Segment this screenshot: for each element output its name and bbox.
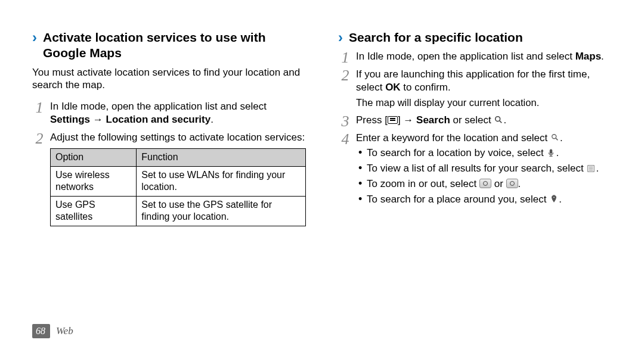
cell-function: Set to use the GPS satellite for finding… bbox=[137, 196, 306, 226]
th-function: Function bbox=[137, 149, 306, 166]
svg-line-1 bbox=[500, 121, 502, 123]
zoom-in-icon bbox=[506, 179, 518, 188]
left-steps: In Idle mode, open the application list … bbox=[32, 100, 306, 226]
left-title: Activate location services to use with G… bbox=[43, 30, 306, 61]
options-table: Option Function Use wireless networks Se… bbox=[50, 148, 306, 226]
left-step-1: In Idle mode, open the application list … bbox=[32, 100, 306, 126]
cell-option: Use GPS satellites bbox=[51, 196, 137, 226]
right-step-2: If you are launching this application fo… bbox=[338, 68, 612, 109]
step3-bold: Search bbox=[416, 114, 450, 126]
table-row: Use wireless networks Set to use WLANs f… bbox=[51, 166, 306, 196]
bullet-text: To search for a place around you, select bbox=[367, 194, 549, 205]
bullet-places: To search for a place around you, select… bbox=[356, 193, 612, 206]
step4a: Enter a keyword for the location and sel… bbox=[356, 132, 550, 144]
right-steps: In Idle mode, open the application list … bbox=[338, 50, 612, 205]
footer-section-label: Web bbox=[56, 325, 73, 338]
right-title: Search for a specific location bbox=[349, 30, 523, 45]
page-footer: 68 Web bbox=[32, 324, 73, 338]
left-column: › Activate location services to use with… bbox=[32, 30, 306, 231]
right-step-4: Enter a keyword for the location and sel… bbox=[338, 132, 612, 206]
cell-function: Set to use WLANs for finding your locati… bbox=[137, 166, 306, 196]
step-bold: Settings → Location and security bbox=[50, 114, 210, 125]
right-column: › Search for a specific location In Idle… bbox=[338, 30, 612, 231]
menu-key-icon bbox=[388, 116, 398, 124]
chevron-icon: › bbox=[338, 30, 343, 45]
chevron-icon: › bbox=[32, 30, 37, 45]
left-section-heading: › Activate location services to use with… bbox=[32, 30, 306, 61]
th-option: Option bbox=[51, 149, 137, 166]
bullet-text: To zoom in or out, select bbox=[367, 178, 479, 189]
step-text: In Idle mode, open the application list … bbox=[356, 51, 575, 62]
table-row: Use GPS satellites Set to use the GPS sa… bbox=[51, 196, 306, 226]
step-post: . bbox=[210, 114, 213, 125]
period: . bbox=[559, 194, 562, 205]
step-bold: Maps bbox=[575, 51, 601, 62]
right-section-heading: › Search for a specific location bbox=[338, 30, 612, 45]
step-text: In Idle mode, open the application list … bbox=[50, 101, 267, 112]
left-intro: You must activate location services to f… bbox=[32, 66, 306, 92]
step3b: ] → bbox=[398, 114, 416, 126]
right-step-1: In Idle mode, open the application list … bbox=[338, 50, 612, 63]
bullet-zoom: To zoom in or out, select or . bbox=[356, 177, 612, 191]
period: . bbox=[518, 178, 521, 189]
step-post: . bbox=[601, 51, 604, 62]
search-icon bbox=[494, 116, 503, 124]
search-go-icon bbox=[550, 133, 560, 142]
zoom-out-icon bbox=[479, 179, 491, 188]
right-step-3: Press [] → Search or select . bbox=[338, 114, 612, 127]
step-text: Adjust the following settings to activat… bbox=[50, 132, 305, 143]
step2-tail: The map will display your current locati… bbox=[356, 96, 612, 109]
svg-rect-4 bbox=[550, 149, 553, 154]
svg-point-0 bbox=[496, 117, 500, 121]
svg-point-2 bbox=[552, 135, 556, 139]
bullet-results: To view a list of all results for your s… bbox=[356, 162, 612, 175]
step2b: to confirm. bbox=[401, 82, 451, 93]
svg-line-3 bbox=[556, 138, 558, 141]
period: . bbox=[596, 163, 599, 174]
list-icon bbox=[586, 164, 596, 173]
microphone-icon bbox=[546, 149, 556, 157]
step3c: or select bbox=[450, 114, 494, 126]
period: . bbox=[556, 147, 559, 158]
period: . bbox=[503, 114, 506, 126]
left-step-2: Adjust the following settings to activat… bbox=[32, 131, 306, 226]
period: . bbox=[560, 132, 563, 144]
bullet-text: To view a list of all results for your s… bbox=[367, 163, 586, 174]
step4-bullets: To search for a location by voice, selec… bbox=[356, 147, 612, 205]
or-word: or bbox=[491, 178, 506, 189]
place-pin-icon bbox=[549, 195, 559, 203]
page-number: 68 bbox=[32, 324, 50, 338]
bullet-voice: To search for a location by voice, selec… bbox=[356, 147, 612, 160]
cell-option: Use wireless networks bbox=[51, 166, 137, 196]
step2-bold: OK bbox=[385, 82, 401, 93]
svg-point-11 bbox=[553, 197, 555, 198]
step3a: Press [ bbox=[356, 114, 388, 126]
bullet-text: To search for a location by voice, selec… bbox=[367, 147, 546, 158]
